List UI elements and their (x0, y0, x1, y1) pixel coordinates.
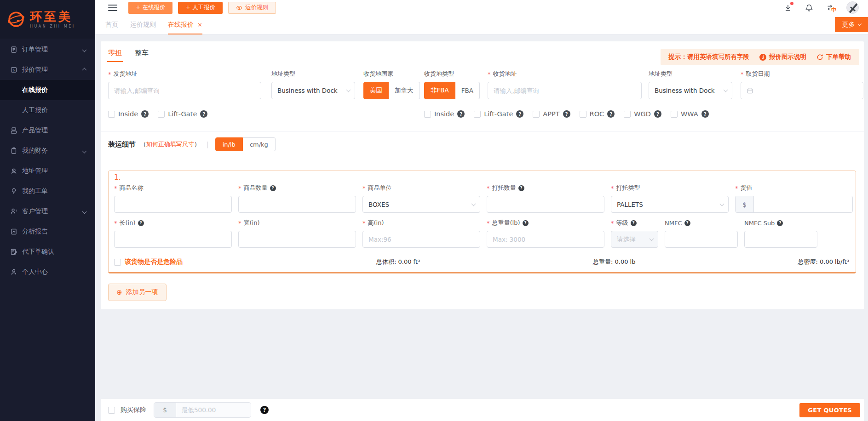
help-icon[interactable]: ? (777, 220, 783, 226)
checkbox[interactable] (671, 111, 678, 118)
help-icon[interactable]: ? (270, 185, 276, 191)
checkbox[interactable] (108, 111, 115, 118)
height-label: 高(in) (362, 219, 480, 227)
insurance-amount-input[interactable] (176, 403, 251, 417)
fba-option[interactable]: FBA (455, 82, 480, 99)
tab-ltl[interactable]: 零担 (108, 49, 122, 62)
unit-cm-kg-option[interactable]: cm/kg (243, 137, 276, 151)
help-icon[interactable]: ? (607, 110, 615, 118)
sidebar-item-finance[interactable]: 我的财务 (0, 141, 95, 161)
help-icon[interactable]: ? (141, 110, 149, 118)
sidebar-item-reports[interactable]: 分析报告 (0, 222, 95, 242)
help-icon[interactable]: ? (654, 110, 661, 118)
origin-type-select[interactable]: Business with Dock (271, 82, 355, 99)
help-icon[interactable]: ? (457, 110, 465, 118)
order-help-link[interactable]: 下单帮助 (816, 53, 851, 61)
weight-label: 总重量(lb)? (487, 219, 604, 227)
weight-input[interactable] (487, 231, 604, 248)
bell-icon[interactable] (804, 3, 814, 13)
sidebar-item-products[interactable]: 产品管理 (0, 120, 95, 141)
avatar[interactable] (846, 1, 859, 14)
checkbox[interactable] (424, 111, 431, 118)
online-quote-button[interactable]: + 在线报价 (128, 2, 172, 14)
tab-ftl[interactable]: 整车 (135, 49, 149, 62)
tab-home[interactable]: 首页 (105, 15, 118, 34)
country-us-option[interactable]: 美国 (363, 82, 389, 99)
item-unit-select[interactable]: BOXES (362, 196, 480, 213)
svg-text:$: $ (13, 68, 15, 72)
footer-bar: 购买保险 $ ? GET QUOTES (101, 399, 864, 421)
help-icon[interactable]: ? (563, 110, 570, 118)
more-button[interactable]: 更多 (835, 17, 868, 32)
tab-online-quote[interactable]: 在线报价 × (168, 15, 202, 34)
item-name-input[interactable] (114, 196, 232, 213)
item-qty-input[interactable] (238, 196, 356, 213)
tab-rate-rules[interactable]: 运价规则 (130, 15, 156, 34)
help-icon[interactable]: ? (684, 220, 690, 226)
sidebar-item-tickets[interactable]: 我的工单 (0, 181, 95, 201)
hazmat-checkbox[interactable] (114, 259, 121, 266)
nmfc-sub-input[interactable] (744, 231, 817, 248)
checkbox[interactable] (624, 111, 631, 118)
add-item-button[interactable]: ⊕ 添加另一项 (108, 284, 167, 301)
help-icon[interactable]: ? (516, 110, 523, 118)
help-icon[interactable]: ? (631, 220, 637, 226)
get-quotes-button[interactable]: GET QUOTES (799, 403, 860, 417)
help-icon[interactable]: ? (523, 220, 529, 226)
help-icon[interactable]: ? (260, 406, 269, 414)
order-icon (10, 46, 17, 53)
grade-label: 等级? (611, 219, 658, 227)
dest-kind-label: 收货地类型 (424, 70, 480, 78)
sidebar-item-order-confirm[interactable]: 代下单确认 (0, 242, 95, 262)
pickup-date-input[interactable] (741, 82, 863, 99)
checkbox[interactable] (580, 111, 586, 118)
pallet-qty-input[interactable] (487, 196, 604, 213)
origin-liftgate-option: Lift-Gate ? (158, 110, 207, 118)
sidebar-item-manual-quote[interactable]: 人工报价 (0, 100, 95, 120)
help-icon[interactable]: ? (200, 110, 207, 118)
logo: 环至美 HUAN ZHI MEI (0, 0, 95, 39)
grade-select[interactable]: 请选择 (611, 231, 658, 248)
non-fba-option[interactable]: 非FBA (424, 82, 455, 99)
help-icon[interactable]: ? (518, 185, 524, 191)
checkbox[interactable] (158, 111, 165, 118)
unit-in-lb-option[interactable]: in/lb (215, 137, 243, 151)
item-value-input[interactable] (754, 196, 852, 212)
insurance-checkbox[interactable] (108, 407, 115, 414)
insurance-label: 购买保险 (121, 406, 146, 414)
nmfc-input[interactable] (665, 231, 738, 248)
sidebar-item-online-quote[interactable]: 在线报价 (0, 80, 95, 100)
country-ca-option[interactable]: 加拿大 (389, 82, 420, 99)
origin-address-input[interactable] (108, 82, 261, 99)
download-icon[interactable] (783, 3, 793, 13)
translate-icon[interactable]: 中 (825, 3, 835, 13)
sidebar-item-profile[interactable]: 个人中心 (0, 262, 95, 282)
close-icon[interactable]: × (197, 21, 202, 28)
dest-type-select[interactable]: Business with Dock (649, 82, 732, 99)
logo-title: 环至美 (30, 10, 75, 23)
dest-address-input[interactable] (488, 82, 642, 99)
length-input[interactable] (114, 231, 232, 248)
height-input[interactable] (362, 231, 480, 248)
length-label: 长(in)? (114, 219, 232, 227)
checkbox[interactable] (474, 111, 481, 118)
pallet-type-select[interactable]: PALLETS (611, 196, 729, 213)
chevron-down-icon (650, 236, 654, 241)
quote-guide-link[interactable]: i 报价图示说明 (759, 53, 806, 61)
hamburger-icon[interactable] (108, 5, 117, 11)
sidebar-item-label: 我的财务 (22, 147, 48, 155)
manual-quote-button[interactable]: + 人工报价 (178, 2, 222, 14)
finance-icon (10, 147, 17, 154)
checkbox[interactable] (533, 111, 540, 118)
rate-rules-button[interactable]: 运价规则 (228, 2, 276, 14)
sidebar-item-customers[interactable]: 客户管理 (0, 201, 95, 222)
shipment-header: 装运细节 （如何正确填写尺寸） | in/lb cm/kg (108, 136, 276, 153)
width-input[interactable] (238, 231, 356, 248)
dimension-help-link[interactable]: （如何正确填写尺寸） (140, 140, 200, 148)
sidebar-item-quotes[interactable]: $ 报价管理 (0, 60, 95, 80)
top-toolbar: + 在线报价 + 人工报价 运价规则 中 (95, 0, 868, 15)
sidebar-item-addresses[interactable]: 地址管理 (0, 161, 95, 181)
sidebar-item-orders[interactable]: 订单管理 (0, 40, 95, 60)
help-icon[interactable]: ? (138, 220, 144, 226)
help-icon[interactable]: ? (701, 110, 709, 118)
